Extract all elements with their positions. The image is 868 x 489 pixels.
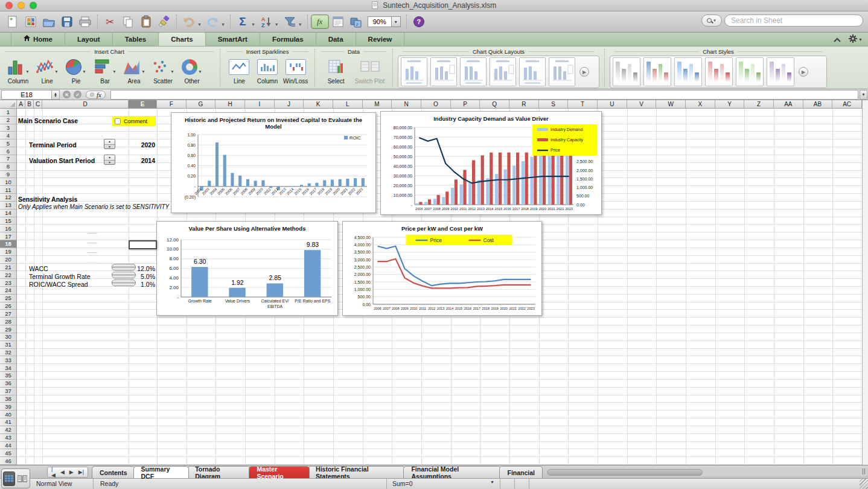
cell-tgr-label[interactable]: Terminal Growth Rate bbox=[29, 273, 91, 280]
row-header-5[interactable]: 5 bbox=[0, 139, 16, 147]
ribbon-tab-layout[interactable]: Layout bbox=[65, 32, 113, 46]
row-headers[interactable]: 1234567891011121314151617181920212223242… bbox=[0, 109, 17, 465]
name-box[interactable]: E18 bbox=[1, 90, 52, 100]
row-header-18[interactable]: 18 bbox=[0, 240, 16, 248]
formula-input[interactable] bbox=[110, 90, 858, 100]
last-sheet-icon[interactable]: ▶| bbox=[78, 469, 84, 475]
format-painter-icon[interactable] bbox=[156, 14, 172, 30]
column-headers[interactable]: ABCDEFGHIJKLMNOPQRSTUVWXYZAAABAC bbox=[0, 100, 868, 109]
sheet-tab-historic-financial-statements[interactable]: Historic Financial Statements bbox=[308, 466, 405, 478]
insert-scatter-chart-button[interactable]: ▼ Scatter bbox=[148, 56, 177, 85]
row-header-26[interactable]: 26 bbox=[0, 302, 16, 310]
redo-icon[interactable] bbox=[205, 14, 220, 30]
column-header-Z[interactable]: Z bbox=[744, 100, 774, 108]
chart-industry-capacity-demand[interactable]: Industry Capacity Demand as Value Driver… bbox=[380, 111, 602, 215]
data-select-button[interactable]: Select bbox=[320, 56, 352, 85]
row-header-30[interactable]: 30 bbox=[0, 333, 16, 341]
chart-style-thumbnail[interactable] bbox=[767, 57, 794, 86]
row-header-35[interactable]: 35 bbox=[0, 372, 16, 380]
autosum-dropdown-icon[interactable]: ▼ bbox=[251, 22, 255, 27]
row-header-25[interactable]: 25 bbox=[0, 295, 16, 302]
column-header-F[interactable]: F bbox=[157, 100, 187, 108]
row-header-39[interactable]: 39 bbox=[0, 403, 16, 411]
row-header-45[interactable]: 45 bbox=[0, 449, 16, 457]
workbook-gallery-icon[interactable] bbox=[23, 14, 39, 30]
ribbon-tab-tables[interactable]: Tables bbox=[113, 32, 159, 46]
horizontal-scrollbar[interactable] bbox=[546, 468, 868, 476]
cut-icon[interactable]: ✂ bbox=[102, 14, 118, 30]
chart-styles-more-icon[interactable]: ▶ bbox=[799, 67, 808, 77]
row-header-23[interactable]: 23 bbox=[0, 279, 16, 287]
page-layout-view-icon[interactable] bbox=[16, 471, 28, 486]
row-header-15[interactable]: 15 bbox=[0, 217, 16, 225]
cell-valuation-start-label[interactable]: Valuation Start Period bbox=[29, 157, 95, 164]
new-workbook-icon[interactable]: + bbox=[5, 14, 21, 30]
cell-sensitivity-title[interactable]: Sensitivity Analysis bbox=[18, 196, 77, 203]
insert-pie-chart-button[interactable]: ▼ Pie bbox=[62, 56, 91, 85]
insert-bar-chart-button[interactable]: ▼ Bar bbox=[91, 56, 120, 85]
sheet-tab-financial-model-assumptions[interactable]: Financial Model Assumptions bbox=[403, 466, 501, 478]
sparkline-winloss-button[interactable]: Win/Loss bbox=[281, 56, 310, 85]
prev-sheet-icon[interactable]: ◀ bbox=[60, 469, 65, 475]
horizontal-scrollbar-thumb[interactable] bbox=[547, 469, 703, 476]
collapse-ribbon-icon[interactable] bbox=[833, 34, 841, 45]
row-header-42[interactable]: 42 bbox=[0, 426, 16, 434]
comment-checkbox[interactable] bbox=[115, 118, 121, 124]
chart-style-thumbnail[interactable] bbox=[705, 57, 733, 86]
row-header-3[interactable]: 3 bbox=[0, 124, 16, 132]
row-header-9[interactable]: 9 bbox=[0, 171, 16, 179]
row-header-4[interactable]: 4 bbox=[0, 132, 16, 139]
column-header-A[interactable]: A bbox=[17, 100, 25, 108]
sparkline-line-button[interactable]: Line bbox=[225, 56, 254, 85]
insert-area-chart-button[interactable]: ▼ Area bbox=[120, 56, 148, 85]
row-header-6[interactable]: 6 bbox=[0, 147, 16, 155]
cell-valuation-start-value[interactable]: 2014 bbox=[121, 157, 155, 164]
redo-dropdown-icon[interactable]: ▼ bbox=[221, 22, 225, 27]
chart-price-cost-per-kw[interactable]: Price per kW and Cost per kW0.00500.001,… bbox=[342, 221, 542, 316]
row-header-2[interactable]: 2 bbox=[0, 117, 16, 124]
sheet-tab-contents[interactable]: Contents bbox=[92, 466, 135, 478]
row-header-16[interactable]: 16 bbox=[0, 225, 16, 232]
undo-icon[interactable] bbox=[181, 14, 197, 30]
copy-icon[interactable] bbox=[120, 14, 136, 30]
row-header-37[interactable]: 37 bbox=[0, 388, 16, 395]
sort-icon[interactable]: AZ bbox=[258, 14, 274, 30]
column-header-X[interactable]: X bbox=[686, 100, 715, 108]
column-header-G[interactable]: G bbox=[187, 100, 216, 108]
cell-tgr-value[interactable]: 5.0% bbox=[131, 273, 155, 280]
row-header-24[interactable]: 24 bbox=[0, 287, 16, 295]
row-header-36[interactable]: 36 bbox=[0, 380, 16, 388]
open-icon[interactable] bbox=[41, 14, 57, 30]
select-all-corner[interactable] bbox=[0, 100, 17, 108]
column-header-D[interactable]: D bbox=[42, 100, 129, 108]
ribbon-tab-home[interactable]: Home bbox=[11, 32, 65, 46]
column-header-N[interactable]: N bbox=[392, 100, 421, 108]
cell-wacc-label[interactable]: WACC bbox=[29, 265, 48, 272]
column-header-U[interactable]: U bbox=[598, 100, 627, 108]
sort-dropdown-icon[interactable]: ▼ bbox=[275, 22, 279, 27]
active-cell-e18[interactable] bbox=[129, 240, 157, 249]
row-header-46[interactable]: 46 bbox=[0, 457, 16, 465]
filter-icon[interactable] bbox=[282, 14, 298, 30]
row-header-11[interactable]: 11 bbox=[0, 186, 16, 194]
horizontal-split-handle[interactable] bbox=[861, 467, 867, 476]
quick-layout-thumbnail[interactable] bbox=[401, 57, 427, 86]
normal-view-icon[interactable] bbox=[3, 471, 15, 486]
chart-style-thumbnail[interactable] bbox=[674, 57, 702, 86]
filter-dropdown-icon[interactable]: ▼ bbox=[298, 22, 302, 27]
column-header-Y[interactable]: Y bbox=[715, 100, 745, 108]
row-header-29[interactable]: 29 bbox=[0, 325, 16, 333]
valuation-start-spinner[interactable] bbox=[104, 155, 115, 165]
zoom-control[interactable]: 90% ▼ bbox=[368, 16, 401, 27]
column-header-R[interactable]: R bbox=[509, 100, 539, 108]
insert-other-chart-button[interactable]: ▼ Other bbox=[177, 56, 206, 85]
cell-wacc-value[interactable]: 12.0% bbox=[131, 265, 155, 272]
cell-sensitivity-note[interactable]: Only Applies when Main Scenario is set t… bbox=[18, 203, 169, 210]
quick-layout-thumbnail[interactable] bbox=[549, 57, 575, 86]
column-header-K[interactable]: K bbox=[304, 100, 333, 108]
ribbon-settings-gear-icon[interactable]: ▼ bbox=[849, 34, 862, 45]
column-header-AC[interactable]: AC bbox=[832, 100, 862, 108]
row-header-44[interactable]: 44 bbox=[0, 442, 16, 450]
row-header-32[interactable]: 32 bbox=[0, 349, 16, 357]
ribbon-tab-smartart[interactable]: SmartArt bbox=[206, 32, 260, 46]
